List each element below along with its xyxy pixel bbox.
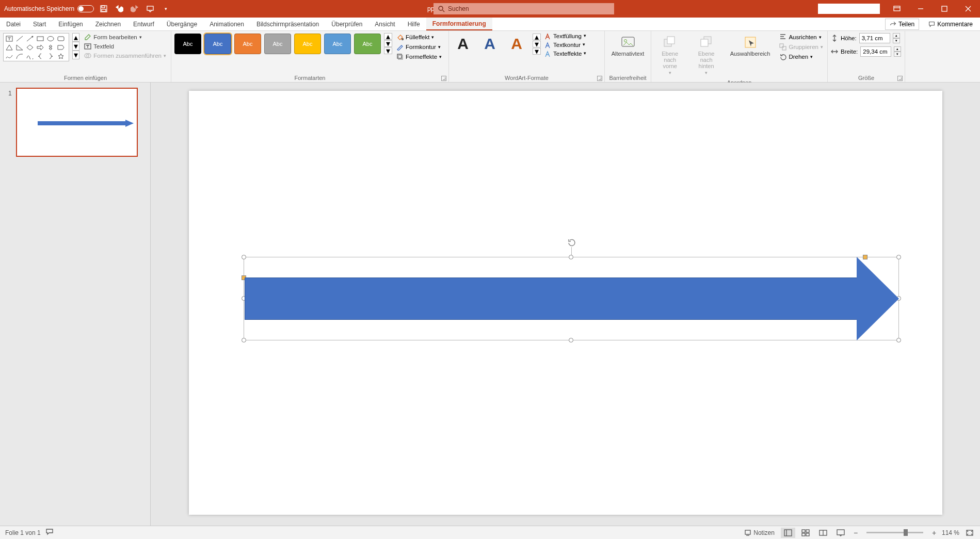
shape-textbox-icon[interactable] [5,35,14,42]
maximize-button[interactable] [933,0,956,18]
shape-star-icon[interactable] [56,52,66,60]
undo-button[interactable] [114,3,125,14]
resize-handle-bl[interactable] [242,338,246,342]
text-outline-button[interactable]: Textkontur ▾ [544,42,586,49]
tell-me-input[interactable] [818,4,880,14]
reading-view-button[interactable] [816,528,830,538]
style-gallery-scroll[interactable]: ▴ ▾ ▾ [384,33,392,54]
dialog-launcher-icon[interactable] [441,76,446,81]
slide-counter[interactable]: Folie 1 von 1 [5,529,41,536]
shape-roundrect-icon[interactable] [56,35,66,42]
shape-pentagon-arrow-icon[interactable] [56,43,66,51]
slide-canvas-area[interactable] [151,83,980,526]
tab-einfuegen[interactable]: Einfügen [52,18,89,30]
save-button[interactable] [98,3,109,14]
shapes-gallery-scrollbar[interactable]: ▴ ▾ ▾ [72,33,79,59]
wordart-preset-1[interactable]: A [452,33,474,55]
shape-effects-button[interactable]: Formeffekte ▾ [395,53,443,61]
scroll-more-icon[interactable]: ▾ [533,48,541,55]
tab-zeichnen[interactable]: Zeichnen [89,18,127,30]
edit-shape-button[interactable]: Form bearbeiten ▾ [83,33,168,41]
shape-outline-button[interactable]: Formkontur ▾ [395,43,443,51]
shape-arc-icon[interactable] [15,52,24,60]
tab-animationen[interactable]: Animationen [203,18,250,30]
shape-right-brace-icon[interactable] [46,52,55,60]
width-spinner[interactable]: ▴▾ [894,46,901,57]
shape-freeform-icon[interactable] [5,52,14,60]
tab-bildschirmpraesentation[interactable]: Bildschirmpräsentation [250,18,325,30]
width-input[interactable] [860,46,891,57]
shape-diamond-icon[interactable] [25,43,35,51]
zoom-in-button[interactable]: + [929,528,939,537]
zoom-slider-thumb[interactable] [904,529,908,536]
rotate-button[interactable]: Drehen ▾ [778,53,824,61]
notes-button[interactable]: Notizen [741,529,778,536]
shape-line-icon[interactable] [15,35,24,42]
dialog-launcher-icon[interactable] [897,76,903,81]
chevron-down-icon[interactable]: ▾ [669,70,671,75]
text-box-button[interactable]: Textfeld [83,42,168,51]
rotation-handle[interactable] [567,238,576,247]
style-preset-1[interactable]: Abc [174,34,201,54]
height-spinner[interactable]: ▴▾ [893,33,900,43]
merge-shapes-button[interactable]: Formen zusammenführen ▾ [83,52,168,60]
tab-uebergaenge[interactable]: Übergänge [160,18,203,30]
slide-thumbnails-panel[interactable]: 1 [0,83,151,526]
style-preset-3[interactable]: Abc [234,34,261,54]
redo-button[interactable] [129,3,140,14]
scroll-more-icon[interactable]: ▾ [72,51,79,59]
comments-status-icon[interactable] [46,528,53,537]
qat-more-button[interactable]: ▾ [160,3,171,14]
close-button[interactable] [956,0,980,18]
arrow-shape-head[interactable] [857,257,899,340]
normal-view-button[interactable] [781,528,795,538]
toggle-off-icon[interactable] [77,5,94,12]
wordart-gallery[interactable]: A A A ▴ ▾ ▾ [452,33,541,55]
share-button[interactable]: Teilen [885,19,919,30]
style-preset-4[interactable]: Abc [264,34,291,54]
height-input[interactable] [859,33,890,43]
zoom-percentage[interactable]: 114 % [942,529,959,536]
slide-thumbnail-1[interactable]: 1 [8,88,142,157]
wordart-gallery-scroll[interactable]: ▴ ▾ ▾ [533,34,541,55]
dialog-launcher-icon[interactable] [597,76,602,81]
search-box[interactable]: Suchen [433,3,614,14]
slideshow-from-start-button[interactable] [144,3,156,14]
tab-datei[interactable]: Datei [0,18,27,30]
fit-to-window-button[interactable] [962,528,977,538]
shape-left-brace-icon[interactable] [36,52,45,60]
resize-handle-tl[interactable] [242,255,246,259]
send-backward-button[interactable]: Ebene nach hinten ▾ [690,33,721,77]
style-preset-7[interactable]: Abc [354,34,381,54]
shape-right-triangle-icon[interactable] [15,43,24,51]
group-button[interactable]: Gruppieren ▾ [778,43,824,51]
scroll-down-icon[interactable]: ▾ [72,42,79,51]
shapes-gallery[interactable] [3,33,69,61]
tab-hilfe[interactable]: Hilfe [401,18,426,30]
shape-fill-button[interactable]: Fülleffekt ▾ [395,33,443,41]
shape-right-arrow-icon[interactable] [36,43,45,51]
tab-ansicht[interactable]: Ansicht [368,18,401,30]
shape-triangle-icon[interactable] [5,43,14,51]
text-fill-button[interactable]: Textfüllung ▾ [544,33,586,40]
shape-rect-icon[interactable] [36,35,45,42]
shape-oval-icon[interactable] [46,35,55,42]
zoom-out-button[interactable]: − [851,528,860,537]
style-preset-2[interactable]: Abc [204,34,231,54]
shape-line-arrow-icon[interactable] [25,35,35,42]
zoom-slider[interactable] [866,532,923,533]
slide[interactable] [189,91,942,515]
alt-text-button[interactable]: Alternativtext [608,33,648,59]
minimize-button[interactable] [909,0,933,18]
style-preset-6[interactable]: Abc [324,34,351,54]
tab-ueberpruefen[interactable]: Überprüfen [325,18,368,30]
ribbon-display-options-button[interactable] [885,0,909,18]
text-effects-button[interactable]: Texteffekte ▾ [544,51,586,58]
wordart-preset-2[interactable]: A [479,33,501,55]
autosave-toggle[interactable]: Automatisches Speichern [4,5,94,12]
shape-updown-arrow-icon[interactable] [46,43,55,51]
comments-button[interactable]: Kommentare [924,19,977,30]
slideshow-view-button[interactable] [833,528,848,538]
tab-formformatierung[interactable]: Formformatierung [426,18,492,30]
shape-styles-gallery[interactable]: Abc Abc Abc Abc Abc Abc Abc ▴ ▾ ▾ [174,33,392,54]
